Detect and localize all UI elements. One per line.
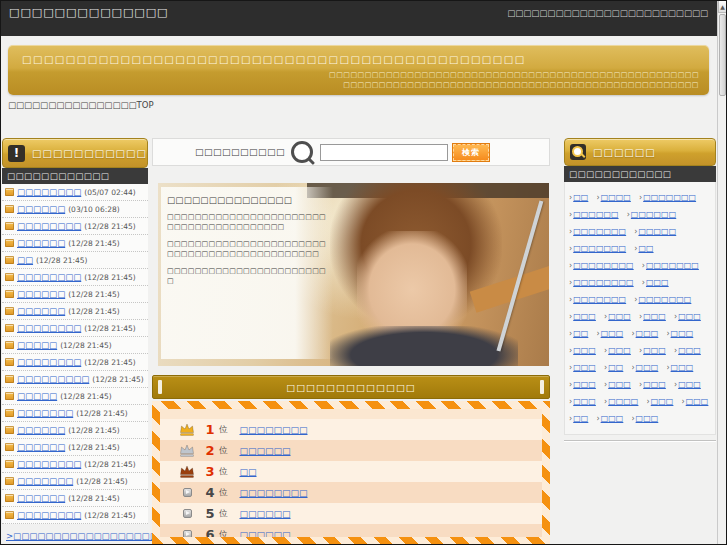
news-link[interactable]: □□□□□□□□	[17, 221, 81, 231]
search-button[interactable]: 検索	[453, 144, 489, 161]
breadcrumb-top[interactable]: TOP	[137, 100, 154, 110]
tag-link[interactable]: □□□	[636, 363, 659, 372]
rank-link[interactable]: □□□□□□□□	[240, 425, 308, 435]
document-icon	[5, 324, 14, 332]
rank-link[interactable]: □□□□□□□□	[240, 488, 308, 498]
news-link[interactable]: □□□□□□□	[17, 476, 73, 486]
tag-link[interactable]: □□□□□	[638, 227, 676, 236]
news-link[interactable]: □□□□□□	[17, 425, 65, 435]
tag-arrow-icon: ›	[569, 295, 572, 304]
tag-link[interactable]: □□□	[601, 329, 624, 338]
rank-suffix: 位	[219, 424, 228, 436]
tag-arrow-icon: ›	[682, 397, 685, 406]
tag-link[interactable]: □□□	[608, 312, 631, 321]
breadcrumb-path[interactable]: □□□□□□□□□□□□□□□□	[8, 100, 137, 110]
tag-header-label: □□□□□□	[593, 147, 656, 158]
scroll-up-button[interactable]: ▲	[718, 0, 727, 13]
tag-link[interactable]: □□□□□□	[573, 210, 618, 219]
vertical-scrollbar[interactable]: ▲	[717, 0, 727, 545]
top-header-bar: □□□□□□□□□□□□□□ □□□□□□□□□□□□□□□□□□□□□□□□□	[0, 0, 717, 36]
news-link[interactable]: □□□□□□□□□	[17, 374, 89, 384]
banner-subtext: □□□□□□□□□□□□□□□□□□□□□□□□□□□□□□□□□□□□□□□□…	[329, 71, 699, 90]
news-list-item: □□□□□□□□ (12/28 21:45)	[2, 456, 148, 473]
tag-link[interactable]: □□	[608, 363, 623, 372]
tag-link[interactable]: □□□	[601, 414, 624, 423]
tag-link[interactable]: □□□□□□□	[573, 244, 626, 253]
news-link[interactable]: □□□□□□	[17, 289, 65, 299]
news-link[interactable]: □□□□□□	[17, 306, 65, 316]
header-right-text[interactable]: □□□□□□□□□□□□□□□□□□□□□□□□□	[507, 8, 708, 18]
tag-link[interactable]: □□□	[651, 397, 674, 406]
tag-link[interactable]: □□□□□□□□	[573, 278, 633, 287]
news-link[interactable]: □□□□□□□	[17, 408, 73, 418]
news-link[interactable]: □□□□□□	[17, 493, 65, 503]
news-link[interactable]: □□□□□	[17, 391, 57, 401]
ranking-row: 3 位 □□	[160, 461, 542, 482]
tag-link[interactable]: □□□	[636, 414, 659, 423]
scrollbar-thumb[interactable]	[719, 14, 726, 96]
rank-link[interactable]: □□□□□□	[240, 446, 291, 456]
tag-link[interactable]: □□□	[573, 346, 596, 355]
tag-link[interactable]: □□□	[678, 312, 701, 321]
tag-link[interactable]: □□□	[643, 380, 666, 389]
tag-link[interactable]: □□□	[678, 346, 701, 355]
news-more-link[interactable]: >□□□□□□□□□□□□□□□□□□□□□□	[6, 531, 148, 541]
tag-link[interactable]: □□□	[686, 397, 709, 406]
tag-link[interactable]: □□□	[573, 363, 596, 372]
news-link[interactable]: □□□□□□	[17, 238, 65, 248]
tag-link[interactable]: □□□□□□□	[646, 261, 699, 270]
news-link[interactable]: □□□□□□□□	[17, 187, 81, 197]
tag-arrow-icon: ›	[639, 193, 642, 202]
tag-link[interactable]: □□□	[678, 380, 701, 389]
news-link[interactable]: □□	[17, 255, 33, 265]
tag-link[interactable]: □□□□□□□	[573, 295, 626, 304]
rank-medal-icon	[178, 465, 196, 478]
tag-link[interactable]: □□□□	[608, 397, 638, 406]
ranking-header: □□□□□□□□□□□□□	[152, 375, 550, 399]
tag-arrow-icon: ›	[604, 346, 607, 355]
feature-photo[interactable]: □□□□□□□□□□□□□□□ □□□□□□□□□□□□□□□□□□□□□□□□…	[158, 183, 549, 366]
tag-link[interactable]: □□□	[671, 363, 694, 372]
tag-link[interactable]: □□□	[643, 346, 666, 355]
tag-link[interactable]: □□□	[608, 380, 631, 389]
news-link[interactable]: □□□□□	[17, 340, 57, 350]
tag-arrow-icon: ›	[569, 397, 572, 406]
tag-arrow-icon: ›	[666, 329, 669, 338]
tag-link[interactable]: □□	[573, 329, 588, 338]
news-link[interactable]: □□□□□□□□	[17, 272, 81, 282]
tag-link[interactable]: □□□□□□	[631, 210, 676, 219]
tag-link[interactable]: □□□	[573, 380, 596, 389]
tag-link[interactable]: □□□	[636, 329, 659, 338]
tag-link[interactable]: □□□□□□□	[573, 227, 626, 236]
tag-link[interactable]: □□□	[573, 397, 596, 406]
news-link[interactable]: □□□□□□	[17, 442, 65, 452]
tag-link[interactable]: □□□□	[601, 193, 631, 202]
rank-link[interactable]: □□□□□□	[240, 530, 291, 538]
tag-arrow-icon: ›	[642, 278, 645, 287]
news-link[interactable]: □□□□□□□□	[17, 323, 81, 333]
rank-link[interactable]: □□□□□□	[240, 509, 291, 519]
alert-icon: !	[8, 145, 25, 162]
document-icon	[5, 273, 14, 281]
news-list: □□□□□□□□ (05/07 02:44) □□□□□□ (03/10 06:…	[2, 184, 148, 524]
tag-link[interactable]: □□□	[646, 278, 669, 287]
tag-link[interactable]: □□	[573, 414, 588, 423]
news-link[interactable]: □□□□□□	[17, 204, 65, 214]
tag-link[interactable]: □□□	[573, 312, 596, 321]
tag-link[interactable]: □□	[573, 193, 588, 202]
tag-link[interactable]: □□□□□□□□	[573, 261, 633, 270]
news-link[interactable]: □□□□□□□□	[17, 510, 81, 520]
tag-arrow-icon: ›	[627, 210, 630, 219]
tag-item: ›□□□	[682, 389, 709, 408]
document-icon	[5, 222, 14, 230]
rank-link[interactable]: □□	[240, 467, 257, 477]
news-link[interactable]: □□□□□□□□	[17, 459, 81, 469]
search-input[interactable]	[320, 144, 448, 161]
tag-link[interactable]: □□□□□□□	[643, 193, 696, 202]
tag-link[interactable]: □□□□□□□	[638, 295, 691, 304]
tag-link[interactable]: □□□	[608, 346, 631, 355]
tag-link[interactable]: □□□	[643, 312, 666, 321]
tag-link[interactable]: □□□	[671, 329, 694, 338]
tag-link[interactable]: □□	[638, 244, 653, 253]
news-link[interactable]: □□□□□□□□	[17, 357, 81, 367]
